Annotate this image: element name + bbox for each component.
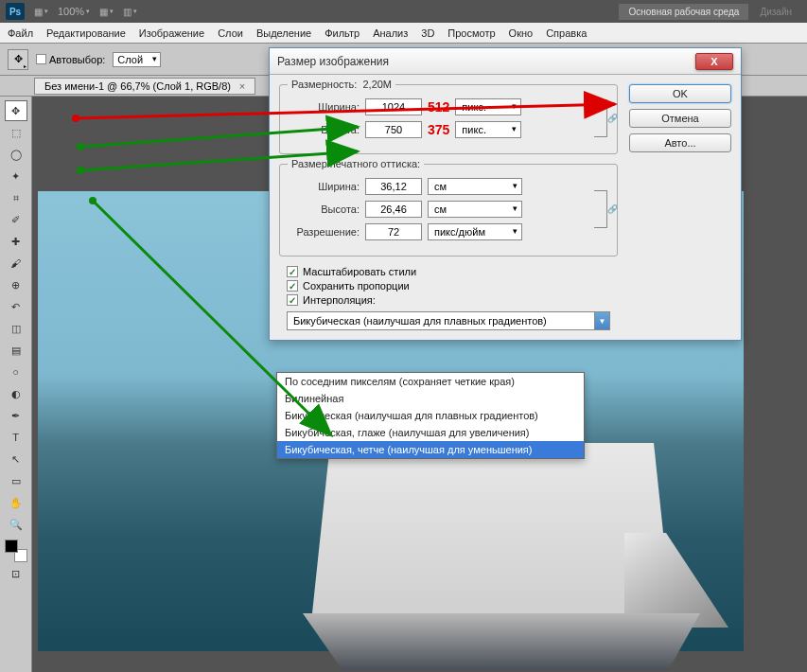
quickmask-tool[interactable]: ⊡: [5, 563, 27, 584]
interp-option-nearest[interactable]: По соседним пикселям (сохраняет четкие к…: [277, 373, 584, 390]
scale-styles-check[interactable]: ✓Масштабировать стили: [287, 266, 618, 277]
hand-tool[interactable]: ✋: [5, 492, 27, 513]
ok-button[interactable]: OK: [629, 84, 731, 103]
workspace-tab-main[interactable]: Основная рабочая среда: [619, 4, 748, 20]
cancel-button[interactable]: Отмена: [629, 109, 731, 128]
dropdown-arrow-icon[interactable]: ▼: [594, 312, 609, 329]
interpolation-options-list: По соседним пикселям (сохраняет четкие к…: [276, 372, 585, 459]
print-height-label: Высота:: [289, 203, 360, 215]
menu-3d[interactable]: 3D: [421, 27, 434, 39]
print-size-group: Размер печатного оттиска: Ширина: 36,12 …: [279, 164, 618, 256]
menu-help[interactable]: Справка: [546, 27, 587, 39]
pixel-dimensions-label: Размерность: 2,20M: [288, 79, 395, 90]
path-tool[interactable]: ↖: [5, 449, 27, 469]
menu-image[interactable]: Изображение: [139, 27, 204, 39]
print-link-icon[interactable]: [594, 190, 607, 228]
interpolation-dropdown[interactable]: Бикубическая (наилучшая для плавных град…: [287, 311, 610, 330]
menu-edit[interactable]: Редактирование: [46, 27, 126, 39]
marquee-tool[interactable]: ⬚: [5, 122, 27, 143]
dialog-title-text: Размер изображения: [277, 55, 389, 68]
menu-view[interactable]: Просмотр: [447, 27, 495, 39]
auto-select-check[interactable]: Автовыбор:: [36, 54, 105, 65]
ship-graphic: [303, 424, 700, 670]
constrain-proportions-check[interactable]: ✓Сохранить пропорции: [287, 280, 618, 292]
height-annotation: 375: [428, 122, 449, 137]
brush-tool[interactable]: 🖌: [5, 253, 27, 274]
color-swatches[interactable]: [5, 539, 27, 562]
history-brush-tool[interactable]: ↶: [5, 296, 27, 317]
screen-dropdown[interactable]: ▥ ▾: [123, 7, 137, 17]
app-logo: Ps: [6, 3, 25, 20]
image-size-dialog: Размер изображения X Размерность: 2,20M …: [269, 47, 742, 341]
height-unit-dropdown[interactable]: пикс.: [455, 121, 521, 138]
auto-select-target[interactable]: Слой: [113, 52, 161, 67]
wand-tool[interactable]: ✦: [5, 166, 27, 186]
interp-option-bicubic[interactable]: Бикубическая (наилучшая для плавных град…: [277, 407, 584, 424]
zoom-dropdown[interactable]: 100% ▾: [58, 6, 90, 17]
interpolation-label: Интерполяция:: [303, 294, 376, 306]
stamp-tool[interactable]: ⊕: [5, 274, 27, 295]
workspace-tabs: Основная рабочая среда Дизайн: [619, 4, 801, 20]
blur-tool[interactable]: ○: [5, 362, 27, 382]
move-tool[interactable]: ✥: [5, 100, 27, 121]
height-label: Высота:: [289, 124, 360, 135]
menu-window[interactable]: Окно: [509, 27, 534, 39]
pen-tool[interactable]: ✒: [5, 405, 27, 426]
heal-tool[interactable]: ✚: [5, 231, 27, 252]
dodge-tool[interactable]: ◐: [5, 383, 27, 404]
move-tool-icon[interactable]: ✥▸: [8, 49, 28, 70]
interp-option-bicubic-sharper[interactable]: Бикубическая, четче (наилучшая для умень…: [277, 441, 584, 458]
interpolation-check[interactable]: ✓Интерполяция:: [287, 294, 618, 306]
constrain-label: Сохранить пропорции: [303, 280, 410, 292]
shape-tool[interactable]: ▭: [5, 470, 27, 491]
print-width-input[interactable]: 36,12: [365, 178, 422, 195]
width-label: Ширина:: [289, 101, 360, 113]
width-unit-dropdown[interactable]: пикс.: [455, 98, 521, 115]
document-tab[interactable]: Без имени-1 @ 66,7% (Слой 1, RGB/8) ×: [34, 78, 255, 95]
zoom-tool[interactable]: 🔍: [5, 514, 27, 535]
menu-select[interactable]: Выделение: [256, 27, 311, 39]
print-size-label: Размер печатного оттиска:: [288, 158, 424, 169]
gradient-tool[interactable]: ▤: [5, 340, 27, 361]
menu-layer[interactable]: Слои: [218, 27, 243, 39]
toolbox: ✥ ⬚ ◯ ✦ ⌗ ✐ ✚ 🖌 ⊕ ↶ ◫ ▤ ○ ◐ ✒ T ↖ ▭ ✋ 🔍 …: [0, 97, 32, 672]
document-tab-label: Без имени-1 @ 66,7% (Слой 1, RGB/8): [44, 80, 231, 92]
print-height-input[interactable]: 26,46: [365, 201, 422, 218]
eraser-tool[interactable]: ◫: [5, 318, 27, 339]
pixel-dimensions-group: Размерность: 2,20M Ширина: 1024 512 пикс…: [279, 84, 618, 154]
scale-styles-label: Масштабировать стили: [303, 266, 416, 277]
menu-filter[interactable]: Фильтр: [325, 27, 360, 39]
menu-analysis[interactable]: Анализ: [373, 27, 408, 39]
link-icon[interactable]: [594, 99, 607, 137]
resolution-unit[interactable]: пикс/дюйм: [428, 223, 522, 240]
menu-bar: Файл Редактирование Изображение Слои Выд…: [0, 23, 807, 44]
resolution-input[interactable]: 72: [365, 223, 422, 240]
workspace-tab-design[interactable]: Дизайн: [750, 4, 801, 20]
dialog-close-button[interactable]: X: [695, 53, 733, 70]
height-input[interactable]: 750: [365, 121, 422, 138]
resolution-label: Разрешение:: [289, 226, 360, 238]
interp-option-bicubic-smoother[interactable]: Бикубическая, глаже (наилучшая для увели…: [277, 424, 584, 441]
arrange-dropdown[interactable]: ▦ ▾: [99, 7, 114, 17]
type-tool[interactable]: T: [5, 427, 27, 448]
foreground-color[interactable]: [5, 539, 18, 553]
width-input[interactable]: 1024: [365, 98, 422, 115]
eyedropper-tool[interactable]: ✐: [5, 209, 27, 230]
dialog-titlebar[interactable]: Размер изображения X: [270, 48, 741, 75]
menu-file[interactable]: Файл: [8, 27, 33, 39]
crop-tool[interactable]: ⌗: [5, 187, 27, 208]
auto-select-label: Автовыбор:: [49, 54, 105, 65]
print-width-label: Ширина:: [289, 181, 360, 192]
width-annotation: 512: [428, 99, 449, 115]
close-icon[interactable]: ×: [239, 80, 245, 92]
app-top-bar: Ps ▦ ▾ 100% ▾ ▦ ▾ ▥ ▾ Основная рабочая с…: [0, 0, 807, 23]
print-width-unit[interactable]: см: [428, 178, 522, 195]
auto-button[interactable]: Авто...: [629, 133, 731, 152]
print-height-unit[interactable]: см: [428, 201, 522, 218]
bridge-dropdown[interactable]: ▦ ▾: [34, 7, 48, 17]
interp-option-bilinear[interactable]: Билинейная: [277, 390, 584, 407]
lasso-tool[interactable]: ◯: [5, 144, 27, 165]
